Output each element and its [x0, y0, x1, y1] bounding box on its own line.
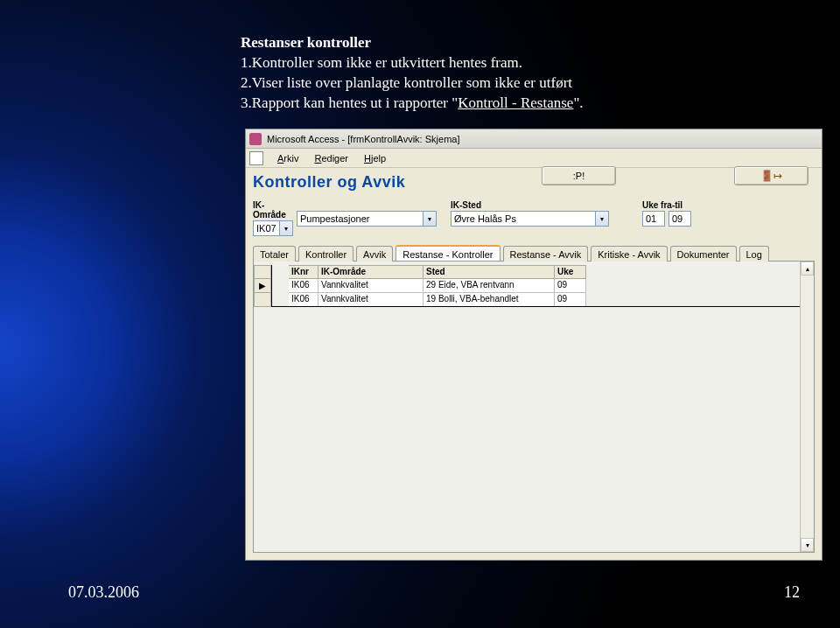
ik-omrade-label: IK-Område — [253, 200, 295, 220]
slide-heading: Restanser kontroller — [241, 33, 805, 53]
col-header-omrade[interactable]: IK-Område — [318, 265, 424, 279]
scroll-down-button[interactable]: ▾ — [801, 538, 814, 552]
slide-line-3: 3.Rapport kan hentes ut i rapporter "Kon… — [241, 94, 805, 114]
ik-omrade-code-input[interactable]: IK07 — [253, 220, 279, 236]
col-header-sted[interactable]: Sted — [424, 265, 555, 279]
menu-rediger[interactable]: Rediger — [307, 151, 355, 165]
refresh-icon: :P! — [573, 171, 584, 181]
ik-sted-input[interactable]: Øvre Halås Ps — [451, 211, 595, 227]
uke-til-input[interactable]: 09 — [668, 211, 691, 227]
tab-kritiske-avvik[interactable]: Kritiske - Avvik — [591, 246, 667, 262]
footer-date: 07.03.2006 — [68, 583, 139, 602]
close-form-button[interactable]: 🚪↦ — [734, 166, 808, 185]
col-header-iknr[interactable]: IKnr — [289, 265, 318, 279]
table-row[interactable]: IK06 Vannkvalitet 19 Bolli, VBA-behandle… — [289, 293, 586, 307]
ik-sted-label: IK-Sted — [451, 200, 612, 210]
row-selector-1[interactable]: ▶ — [254, 279, 271, 293]
tab-log[interactable]: Log — [739, 246, 769, 262]
refresh-button[interactable]: :P! — [542, 166, 616, 185]
access-app-icon — [249, 133, 262, 145]
tabs-row: Totaler Kontroller Avvik Restanse - Kont… — [246, 240, 822, 261]
access-window: Microsoft Access - [frmKontrollAvvik: Sk… — [245, 129, 822, 561]
form-doc-icon — [249, 151, 263, 165]
tab-avvik[interactable]: Avvik — [356, 246, 393, 262]
tab-totaler[interactable]: Totaler — [253, 246, 296, 262]
grid-header-row: IKnr IK-Område Sted Uke — [289, 265, 586, 279]
slide-text: Restanser kontroller 1.Kontroller som ik… — [241, 33, 805, 114]
tab-restanse-kontroller[interactable]: Restanse - Kontroller — [396, 245, 500, 261]
slide-link: Kontroll - Restanse — [458, 94, 573, 111]
scroll-up-button[interactable]: ▴ — [801, 262, 814, 276]
menu-hjelp[interactable]: Hjelp — [357, 151, 393, 165]
form-area: Kontroller og Avvik :P! 🚪↦ IK-Område IK0… — [246, 168, 822, 560]
form-heading: Kontroller og Avvik — [253, 173, 405, 192]
ik-omrade-code-dropdown[interactable]: ▾ — [279, 220, 293, 236]
vertical-scrollbar[interactable]: ▴ ▾ — [800, 262, 814, 552]
ik-sted-dropdown[interactable]: ▾ — [595, 211, 609, 227]
door-exit-icon: 🚪↦ — [760, 170, 782, 182]
table-row[interactable]: IK06 Vannkvalitet 29 Eide, VBA rentvann … — [289, 279, 586, 293]
slide-line-1: 1.Kontroller som ikke er utkvittert hent… — [241, 53, 805, 73]
tab-dokumenter[interactable]: Dokumenter — [670, 246, 737, 262]
form-header: Kontroller og Avvik :P! 🚪↦ — [246, 168, 822, 193]
tab-restanse-avvik[interactable]: Restanse - Avvik — [503, 246, 589, 262]
uke-fra-input[interactable]: 01 — [642, 211, 665, 227]
scroll-track[interactable] — [801, 276, 814, 538]
gutter-header — [254, 265, 271, 279]
grid-gutter: ▶ — [254, 265, 271, 307]
grid-body: ▶ IKnr IK-Område Sted Uke IK06 — [254, 262, 800, 552]
slide-line-2: 2.Viser liste over planlagte kontroller … — [241, 73, 805, 94]
menubar: Arkiv Rediger Hjelp — [246, 149, 822, 168]
row-selector-2[interactable] — [254, 293, 271, 307]
window-title: Microsoft Access - [frmKontrollAvvik: Sk… — [267, 134, 459, 144]
menu-arkiv[interactable]: Arkiv — [270, 151, 305, 165]
ik-omrade-text-dropdown[interactable]: ▾ — [423, 211, 437, 227]
uke-label: Uke fra-til — [642, 200, 691, 210]
tab-kontroller[interactable]: Kontroller — [298, 246, 354, 262]
footer-page: 12 — [784, 583, 800, 602]
ik-omrade-text-input[interactable]: Pumpestasjoner — [297, 211, 423, 227]
grid-frame: ▶ IKnr IK-Område Sted Uke IK06 — [253, 261, 815, 553]
filter-row: IK-Område IK07 ▾ Pumpestasjoner ▾ IK-Ste… — [246, 193, 822, 240]
titlebar: Microsoft Access - [frmKontrollAvvik: Sk… — [246, 129, 822, 149]
col-header-uke[interactable]: Uke — [555, 265, 586, 279]
